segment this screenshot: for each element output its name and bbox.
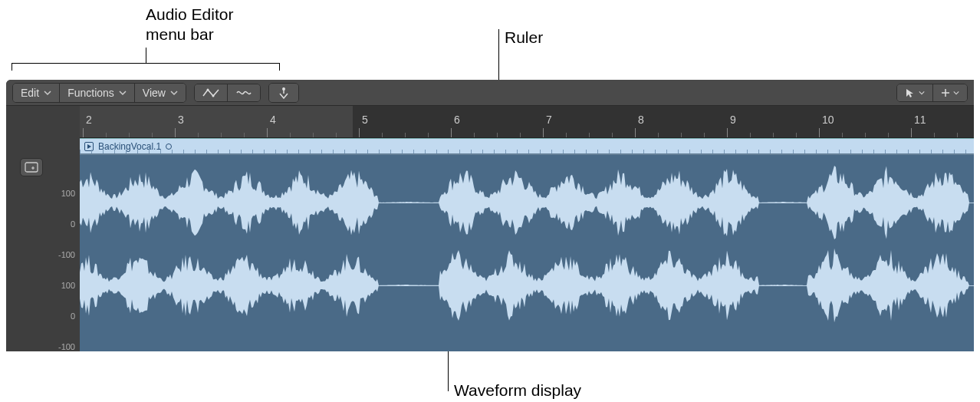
amp-label: 100	[44, 281, 75, 290]
callout-menubar-stem	[146, 48, 146, 63]
ruler[interactable]: 234567891011	[80, 106, 974, 138]
ruler-tick-minor	[957, 133, 958, 137]
catch-playhead-icon	[277, 87, 291, 99]
ruler-tick-minor	[589, 133, 590, 137]
menu-group-modes	[194, 84, 261, 102]
region-header[interactable]: BackingVocal.1	[80, 138, 974, 153]
pointer-tool[interactable]	[897, 84, 933, 101]
amp-label: 100	[44, 189, 75, 198]
flex-icon	[235, 87, 252, 98]
audio-editor: Edit Functions View	[6, 80, 974, 351]
ruler-tick-major	[911, 128, 912, 137]
menu-group-main: Edit Functions View	[12, 83, 186, 103]
ruler-tick-minor	[773, 133, 774, 137]
ruler-tick-minor	[474, 133, 475, 137]
ruler-tick-minor	[934, 133, 935, 137]
callout-menubar-bracket	[12, 63, 280, 71]
ruler-tick-major	[543, 128, 544, 137]
ruler-tick-minor	[888, 133, 889, 137]
ruler-tick-minor	[612, 133, 613, 137]
callout-menubar: Audio Editor menu bar	[146, 5, 233, 45]
ruler-bar-label: 6	[454, 114, 460, 126]
flex-button[interactable]	[228, 84, 260, 101]
automation-curve-icon	[202, 87, 219, 98]
chevron-down-icon	[170, 89, 178, 97]
ruler-bar-label: 10	[822, 114, 834, 126]
callout-ruler: Ruler	[505, 28, 543, 48]
ruler-tick-minor	[750, 133, 751, 137]
ruler-bar-label: 3	[178, 114, 184, 126]
secondary-tool[interactable]	[933, 84, 967, 101]
ruler-tick-major	[267, 128, 268, 137]
ruler-tick-major	[727, 128, 728, 137]
inspector-toggle[interactable]	[20, 158, 43, 176]
chevron-down-icon	[953, 90, 959, 96]
waveform-highlight	[80, 153, 974, 155]
ruler-tick-minor	[428, 133, 429, 137]
ruler-bar-label: 11	[914, 114, 926, 126]
menu-view-label: View	[143, 87, 166, 99]
ruler-tick-minor	[520, 133, 521, 137]
ruler-tick-minor	[497, 133, 498, 137]
ruler-bar-label: 7	[546, 114, 552, 126]
panel-icon	[25, 162, 38, 173]
ruler-tick-minor	[382, 133, 383, 137]
ruler-tick-major	[451, 128, 452, 137]
waveform-display[interactable]	[80, 153, 974, 351]
ruler-tick-minor	[152, 133, 153, 137]
amp-label: -100	[44, 250, 75, 259]
ruler-tick-minor	[106, 133, 107, 137]
ruler-bar-label: 5	[362, 114, 368, 126]
menu-edit-label: Edit	[21, 87, 39, 99]
ruler-tick-minor	[290, 133, 291, 137]
waveform-ch1	[80, 160, 969, 245]
menu-group-tools	[896, 84, 968, 102]
svg-point-1	[212, 94, 214, 97]
editor-body: 100 0 -100 100 0 -100 234567891011 Backi…	[6, 106, 974, 351]
menu-view[interactable]: View	[135, 84, 186, 102]
amplitude-scale: 100 0 -100 100 0 -100	[44, 189, 75, 351]
chevron-down-icon	[44, 89, 51, 97]
ruler-tick-minor	[221, 133, 222, 137]
track-area: 234567891011 BackingVocal.1	[80, 106, 974, 351]
ruler-tick-minor	[658, 133, 659, 137]
ruler-tick-minor	[796, 133, 797, 137]
ruler-tick-minor	[842, 133, 843, 137]
ruler-cycle-region	[80, 106, 353, 137]
pointer-tool-icon	[905, 87, 916, 98]
amp-label: 0	[44, 219, 75, 229]
automation-button[interactable]	[195, 84, 228, 101]
catch-playhead-button[interactable]	[269, 84, 298, 102]
chevron-down-icon	[919, 90, 925, 96]
amp-label: -100	[44, 342, 75, 351]
svg-point-2	[282, 87, 285, 91]
ruler-tick-major	[359, 128, 360, 137]
ruler-bar-label: 2	[86, 114, 92, 126]
amp-label: 0	[44, 311, 75, 321]
ruler-tick-minor	[198, 133, 199, 137]
ruler-tick-minor	[681, 133, 682, 137]
ruler-tick-major	[83, 128, 84, 137]
menu-group-catch	[268, 83, 299, 103]
chevron-down-icon	[119, 89, 127, 97]
ruler-bar-label: 9	[730, 114, 736, 126]
callout-waveform: Waveform display	[454, 381, 581, 400]
ruler-tick-minor	[313, 133, 314, 137]
ruler-bar-label: 4	[270, 114, 276, 126]
ruler-tick-minor	[704, 133, 705, 137]
menu-functions[interactable]: Functions	[60, 84, 135, 102]
ruler-tick-minor	[336, 133, 337, 137]
ruler-tick-major	[635, 128, 636, 137]
ruler-tick-minor	[129, 133, 130, 137]
audio-editor-menubar: Edit Functions View	[6, 80, 974, 106]
ruler-tick-minor	[566, 133, 567, 137]
ruler-tick-minor	[244, 133, 245, 137]
ruler-tick-minor	[865, 133, 866, 137]
ruler-tick-major	[819, 128, 820, 137]
menu-edit[interactable]: Edit	[13, 84, 60, 102]
ruler-bar-label: 8	[638, 114, 644, 126]
waveform-ch2	[80, 242, 969, 328]
menu-functions-label: Functions	[67, 87, 114, 99]
ruler-tick-major	[175, 128, 176, 137]
left-gutter: 100 0 -100 100 0 -100	[6, 106, 80, 351]
